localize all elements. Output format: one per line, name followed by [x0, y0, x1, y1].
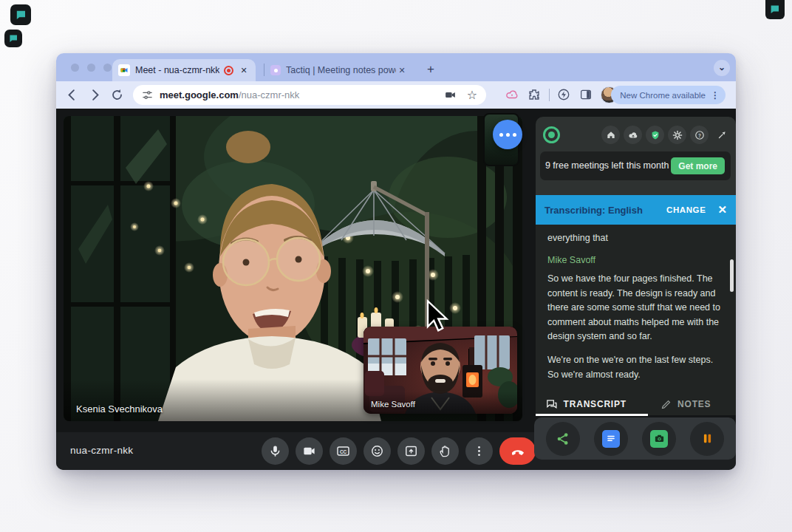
url-host: meet.google.com	[160, 89, 239, 100]
tab-strip: Meet - nua-czmr-nkk ✕ Tactiq | Meeting n…	[56, 53, 736, 81]
tactiq-header: ? 9 free meetings left this month Get mo…	[536, 117, 736, 195]
tab-notes[interactable]: NOTES	[636, 393, 737, 415]
tactiq-panel: ? 9 free meetings left this month Get mo…	[536, 117, 736, 460]
active-tab-underline	[536, 414, 648, 416]
toolbar-divider	[549, 89, 550, 101]
notes-pencil-icon	[660, 399, 672, 410]
transcribing-banner: Transcribing: English CHANGE ✕	[536, 195, 736, 225]
participant-name-label: Ksenia Svechnikova	[76, 403, 163, 415]
tab-notes-label: NOTES	[677, 399, 711, 409]
cloud-upload-button[interactable]	[624, 126, 642, 144]
desktop: Meet - nua-czmr-nkk ✕ Tactiq | Meeting n…	[0, 0, 792, 532]
pip-video-tile[interactable]: Mike Savoff	[363, 327, 517, 414]
window-zoom-button[interactable]	[103, 64, 112, 72]
share-button[interactable]	[546, 422, 580, 456]
recording-indicator-icon	[224, 66, 233, 75]
transcript-scrollbar[interactable]	[730, 259, 734, 292]
export-to-docs-button[interactable]	[594, 422, 628, 456]
end-call-button[interactable]	[499, 437, 536, 465]
window-close-button[interactable]	[71, 64, 79, 72]
meet-page: Ksenia Svechnikova	[56, 109, 736, 470]
privacy-shield-button[interactable]	[646, 126, 664, 144]
browser-window: Meet - nua-czmr-nkk ✕ Tactiq | Meeting n…	[56, 53, 736, 470]
tab-transcript-label: TRANSCRIPT	[564, 399, 627, 409]
help-button[interactable]: ?	[690, 126, 709, 144]
microphone-button[interactable]	[262, 437, 289, 465]
transcript-text: everything that	[547, 231, 724, 245]
pause-transcription-button[interactable]	[690, 422, 724, 456]
present-button[interactable]	[397, 437, 425, 465]
tab-title: Meet - nua-czmr-nkk	[135, 65, 219, 75]
chat-app-icon[interactable]	[765, 0, 785, 19]
chrome-update-button[interactable]: New Chrome available ⋮	[611, 86, 726, 104]
camera-button[interactable]	[296, 437, 323, 465]
new-tab-button[interactable]: +	[421, 60, 440, 79]
kebab-menu-icon[interactable]: ⋮	[711, 90, 720, 100]
tab-close-icon[interactable]: ✕	[238, 64, 250, 76]
tab-strip-chevron-icon[interactable]: ⌄	[714, 60, 730, 76]
change-language-button[interactable]: CHANGE	[666, 205, 706, 214]
url-path: /nua-czmr-nkk	[239, 89, 299, 100]
mouse-cursor	[426, 299, 452, 336]
extension-bolt-icon[interactable]	[557, 88, 570, 101]
tab-tactiq[interactable]: Tactiq | Meeting notes power ✕	[266, 61, 412, 80]
chrome-update-label: New Chrome available	[620, 91, 706, 100]
extension-cloud-icon[interactable]	[505, 88, 519, 101]
chat-app-icon[interactable]	[4, 30, 22, 47]
site-settings-icon[interactable]	[142, 89, 153, 100]
tab-title: Tactiq | Meeting notes power	[286, 65, 396, 75]
raise-hand-button[interactable]	[431, 437, 459, 465]
transcript-text: So we have the four pages finished. The …	[547, 272, 724, 344]
transcript-speaker: Mike Savoff	[547, 255, 724, 265]
transcript-chat-icon	[545, 398, 558, 411]
quota-card: 9 free meetings left this month Get more	[540, 151, 731, 180]
chat-notification-bubble-icon[interactable]	[493, 120, 522, 149]
transcript-list[interactable]: everything that Mike Savoff So we have t…	[536, 225, 736, 393]
tab-meet[interactable]: Meet - nua-czmr-nkk ✕	[112, 59, 256, 81]
home-button[interactable]	[601, 126, 620, 144]
pin-panel-button[interactable]	[712, 126, 731, 144]
captions-button[interactable]: CC	[330, 437, 357, 465]
meeting-code: nua-czmr-nkk	[70, 445, 133, 456]
docs-icon	[602, 430, 620, 448]
extensions-puzzle-icon[interactable]	[528, 88, 541, 101]
transcribing-label: Transcribing: English	[544, 205, 666, 216]
camera-icon	[650, 430, 668, 448]
browser-toolbar: meet.google.com/nua-czmr-nkk ☆	[56, 81, 736, 109]
get-more-button[interactable]: Get more	[671, 157, 725, 174]
quota-text: 9 free meetings left this month	[543, 160, 671, 171]
reload-button[interactable]	[110, 88, 124, 102]
more-options-button[interactable]	[465, 437, 493, 465]
participant-name-label: Mike Savoff	[371, 400, 415, 409]
tab-divider	[264, 64, 264, 76]
window-minimize-button[interactable]	[87, 64, 95, 72]
banner-close-icon[interactable]: ✕	[717, 203, 727, 216]
meet-favicon-icon	[118, 64, 130, 76]
tactiq-favicon-icon	[270, 65, 281, 75]
back-button[interactable]	[65, 88, 79, 102]
camera-in-use-icon[interactable]	[444, 89, 457, 101]
tab-transcript[interactable]: TRANSCRIPT	[536, 393, 636, 415]
panel-tabs: TRANSCRIPT NOTES	[536, 393, 736, 415]
settings-gear-button[interactable]	[668, 126, 686, 144]
help-icon-glyph: ?	[698, 132, 701, 137]
bookmark-star-icon[interactable]: ☆	[467, 88, 477, 102]
captions-icon-label: CC	[340, 449, 347, 454]
tab-close-icon[interactable]: ✕	[396, 64, 408, 76]
reactions-button[interactable]	[363, 437, 391, 465]
transcript-text: We're on the we're on the last few steps…	[547, 353, 724, 382]
side-panel-icon[interactable]	[579, 88, 593, 101]
forward-button[interactable]	[88, 88, 102, 102]
tactiq-logo-icon	[543, 126, 560, 143]
panel-action-bar	[534, 417, 736, 460]
screenshot-button[interactable]	[642, 422, 676, 456]
url-bar[interactable]: meet.google.com/nua-czmr-nkk ☆	[133, 85, 486, 105]
chat-app-icon[interactable]	[10, 4, 31, 25]
